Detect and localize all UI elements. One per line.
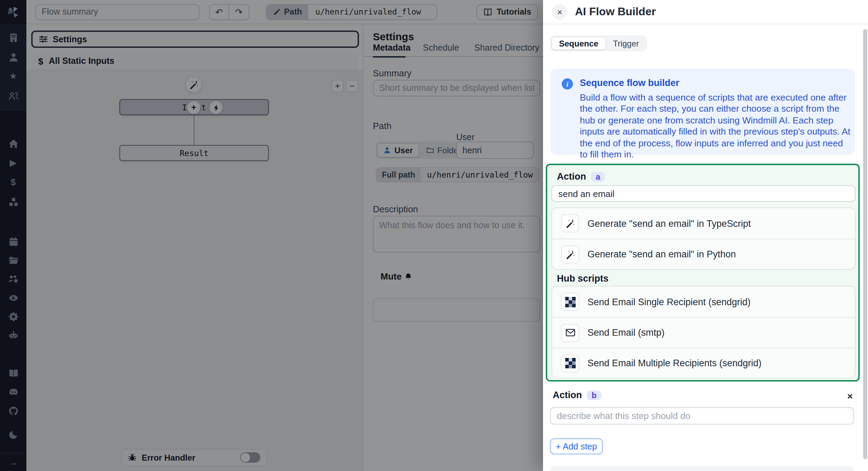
- hub-item-sendgrid-multiple[interactable]: Send Email Multiple Recipients (sendgrid…: [552, 348, 855, 378]
- modal-dim-overlay[interactable]: [0, 0, 543, 471]
- action-b-label: Action: [553, 390, 582, 400]
- info-title: Sequence flow builder: [580, 78, 852, 88]
- action-a-header: Action a: [557, 171, 605, 182]
- suggestion-label: Generate "send an email" in TypeScript: [587, 218, 751, 229]
- action-b-input[interactable]: [550, 407, 854, 425]
- ai-panel-title: AI Flow Builder: [575, 6, 656, 18]
- envelope-icon: [565, 327, 575, 338]
- info-icon: i: [562, 78, 573, 89]
- icon-box: [561, 293, 579, 311]
- tab-trigger[interactable]: Trigger: [606, 37, 646, 50]
- action-b-badge: b: [587, 390, 601, 400]
- icon-box: [561, 354, 579, 372]
- magic-wand-icon: [565, 219, 575, 228]
- ai-flow-builder-panel: × AI Flow Builder Sequence Trigger i Seq…: [543, 0, 868, 471]
- ai-panel-header: × AI Flow Builder: [543, 0, 868, 24]
- sequence-info-box: i Sequence flow builder Build a flow wit…: [551, 69, 855, 155]
- panel-scrollbar[interactable]: [863, 29, 867, 459]
- hub-item-label: Send Email Single Recipient (sendgrid): [587, 297, 751, 307]
- action-a-input[interactable]: [551, 185, 856, 202]
- info-body: Build a flow with a sequence of scripts …: [580, 92, 852, 161]
- close-icon: ×: [557, 7, 562, 17]
- hub-item-smtp[interactable]: Send Email (smtp): [552, 317, 855, 348]
- add-step-label: + Add step: [556, 442, 597, 451]
- app-window: ★ ▶ $: [0, 0, 868, 471]
- magic-wand-icon: [565, 249, 575, 259]
- suggestions-list: Generate "send an email" in TypeScript G…: [551, 207, 856, 270]
- icon-box: [561, 214, 579, 232]
- hub-item-sendgrid-single[interactable]: Send Email Single Recipient (sendgrid): [552, 286, 855, 317]
- action-b-header: Action b: [553, 390, 601, 400]
- hub-scripts-list: Send Email Single Recipient (sendgrid) S…: [551, 286, 856, 379]
- action-a-label: Action: [557, 171, 586, 182]
- icon-box: [561, 245, 579, 263]
- sendgrid-logo-icon: [565, 358, 575, 368]
- hub-item-label: Send Email Multiple Recipients (sendgrid…: [587, 358, 761, 368]
- tab-sequence[interactable]: Sequence: [551, 37, 606, 50]
- suggestion-generate-typescript[interactable]: Generate "send an email" in TypeScript: [552, 208, 855, 239]
- close-panel-button[interactable]: ×: [552, 4, 567, 19]
- icon-box: [561, 324, 579, 342]
- add-step-button[interactable]: + Add step: [550, 438, 603, 454]
- suggestion-label: Generate "send an email" in Python: [587, 249, 736, 259]
- remove-action-b-button[interactable]: ×: [847, 391, 853, 402]
- sendgrid-logo-icon: [565, 297, 575, 307]
- next-section-edge: [550, 466, 854, 471]
- close-icon: ×: [847, 391, 853, 402]
- hub-item-label: Send Email (smtp): [587, 327, 665, 338]
- suggestion-generate-python[interactable]: Generate "send an email" in Python: [552, 239, 855, 269]
- action-a-section: Action a Generate "send an email" in Typ…: [546, 164, 860, 382]
- hub-scripts-title: Hub scripts: [557, 273, 609, 284]
- ai-mode-tabs: Sequence Trigger: [550, 35, 648, 51]
- action-a-badge: a: [591, 172, 605, 181]
